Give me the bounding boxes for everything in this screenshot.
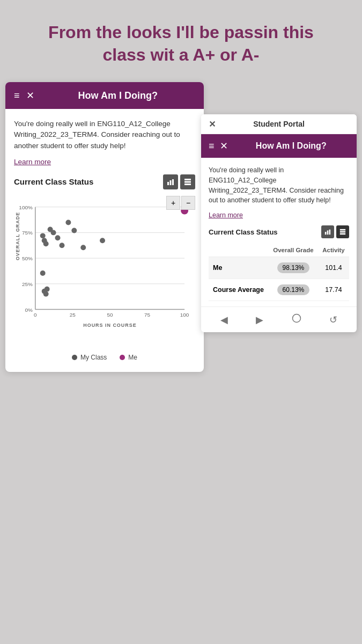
legend-my-class: My Class xyxy=(72,354,107,361)
svg-rect-0 xyxy=(167,182,169,185)
chart-container: + − 100% xyxy=(14,196,195,346)
nav-circle-icon[interactable] xyxy=(292,313,301,326)
table-row-course-avg: Course Average 60.13% 17.74 xyxy=(209,279,349,301)
me-dot-legend xyxy=(120,355,125,360)
svg-point-33 xyxy=(71,228,77,233)
svg-rect-1 xyxy=(170,180,172,185)
row-me-label: Me xyxy=(209,257,269,279)
svg-point-25 xyxy=(40,233,46,238)
top-heading: From the looks I'll be passin this class… xyxy=(32,21,330,66)
portal-title: Student Portal xyxy=(253,120,305,128)
svg-point-38 xyxy=(100,238,105,243)
left-section-title: Current Class Status xyxy=(14,177,93,186)
zoom-controls: + − xyxy=(166,196,195,210)
svg-rect-4 xyxy=(184,181,191,182)
row-me-grade: 98.13% xyxy=(269,257,318,279)
close-icon-left[interactable]: ✕ xyxy=(26,90,34,101)
row-avg-grade: 60.13% xyxy=(269,279,318,301)
svg-text:50%: 50% xyxy=(22,255,33,261)
learn-more-link-left[interactable]: Learn more xyxy=(14,158,51,166)
portal-body: You're doing really well in ENG110_A12_C… xyxy=(201,158,357,301)
svg-rect-43 xyxy=(329,230,331,235)
right-panel: ✕ Student Portal ≡ ✕ How Am I Doing? You… xyxy=(201,114,357,332)
table-view-btn[interactable] xyxy=(180,174,195,189)
legend-me: Me xyxy=(120,354,137,361)
svg-rect-44 xyxy=(340,229,345,231)
zoom-in-btn[interactable]: + xyxy=(166,196,180,210)
chart-svg-wrapper: 100% 75% 50% 25% 0% 0 25 50 75 100 OVERA… xyxy=(14,196,195,346)
svg-text:0: 0 xyxy=(34,312,37,318)
portal-view-toggle xyxy=(321,225,349,238)
svg-rect-2 xyxy=(172,179,174,185)
svg-point-37 xyxy=(45,287,50,292)
svg-point-27 xyxy=(43,241,49,246)
svg-text:75: 75 xyxy=(144,312,151,318)
left-panel: ≡ ✕ How Am I Doing? You're doing really … xyxy=(5,82,204,372)
zoom-out-btn[interactable]: − xyxy=(181,196,195,210)
svg-text:25: 25 xyxy=(70,312,76,318)
hamburger-icon[interactable]: ≡ xyxy=(14,90,20,101)
svg-text:100%: 100% xyxy=(19,204,33,210)
portal-close-icon-header[interactable]: ✕ xyxy=(220,140,228,152)
left-panel-body: You're doing really well in ENG110_A12_C… xyxy=(5,109,204,372)
nav-back-icon[interactable]: ◀ xyxy=(220,314,228,326)
chart-view-btn[interactable] xyxy=(163,174,178,189)
row-avg-activity: 17.74 xyxy=(318,279,349,301)
portal-section-title-row: Current Class Status xyxy=(209,225,349,238)
right-panel-header: ≡ ✕ How Am I Doing? xyxy=(201,134,357,158)
my-class-label: My Class xyxy=(80,354,107,361)
svg-rect-3 xyxy=(184,179,191,180)
row-avg-label: Course Average xyxy=(209,279,269,301)
top-text-area: From the looks I'll be passin this class… xyxy=(0,0,362,82)
portal-top-bar: ✕ Student Portal xyxy=(201,114,357,134)
portal-table-view-btn[interactable] xyxy=(336,225,349,238)
portal-hamburger-icon[interactable]: ≡ xyxy=(209,141,215,152)
svg-point-36 xyxy=(43,291,49,297)
portal-header-title: How Am I Doing? xyxy=(233,141,349,151)
svg-text:100: 100 xyxy=(180,312,189,318)
row-me-activity: 101.4 xyxy=(318,257,349,279)
view-toggle-left xyxy=(163,174,195,189)
svg-point-34 xyxy=(40,270,46,276)
svg-point-29 xyxy=(51,230,56,235)
svg-rect-45 xyxy=(340,231,345,233)
svg-text:75%: 75% xyxy=(22,230,33,236)
nav-refresh-icon[interactable]: ↺ xyxy=(329,314,337,326)
svg-text:HOURS IN COURSE: HOURS IN COURSE xyxy=(83,323,136,328)
svg-rect-41 xyxy=(325,232,327,235)
left-panel-description: You're doing really well in ENG110_A12_C… xyxy=(14,119,195,151)
portal-section-title: Current Class Status xyxy=(209,228,278,236)
table-header-label xyxy=(209,244,269,257)
portal-description: You're doing really well in ENG110_A12_C… xyxy=(209,165,349,206)
svg-point-30 xyxy=(55,235,61,240)
portal-chart-view-btn[interactable] xyxy=(321,225,334,238)
svg-rect-46 xyxy=(340,233,345,235)
table-header-activity: Activity xyxy=(318,244,349,257)
svg-rect-5 xyxy=(184,184,191,185)
portal-nav-bar: ◀ ▶ ↺ xyxy=(201,306,357,332)
status-table: Overall Grade Activity Me 98.13% 101.4 C… xyxy=(209,244,349,301)
section-title-row-left: Current Class Status xyxy=(14,174,195,189)
svg-text:OVERALL GRADE: OVERALL GRADE xyxy=(15,212,20,260)
chart-legend: My Class Me xyxy=(14,354,195,361)
svg-point-31 xyxy=(60,243,65,248)
svg-point-47 xyxy=(292,314,300,323)
scatter-chart: 100% 75% 50% 25% 0% 0 25 50 75 100 OVERA… xyxy=(14,196,195,341)
svg-point-39 xyxy=(80,245,86,250)
svg-point-32 xyxy=(65,219,71,225)
table-header-grade: Overall Grade xyxy=(269,244,318,257)
my-class-dot xyxy=(72,355,77,360)
portal-top-close-icon[interactable]: ✕ xyxy=(209,119,216,129)
me-label: Me xyxy=(128,354,137,361)
left-panel-title: How Am I Doing? xyxy=(41,90,195,101)
bottom-area xyxy=(0,393,362,436)
table-row-me: Me 98.13% 101.4 xyxy=(209,257,349,279)
svg-text:50: 50 xyxy=(107,312,113,318)
portal-learn-more-link[interactable]: Learn more xyxy=(209,211,243,219)
nav-forward-icon[interactable]: ▶ xyxy=(256,314,263,326)
svg-text:0%: 0% xyxy=(25,306,33,312)
svg-rect-42 xyxy=(327,231,329,235)
svg-text:25%: 25% xyxy=(22,281,33,287)
left-panel-header: ≡ ✕ How Am I Doing? xyxy=(5,82,204,109)
panels-container: ≡ ✕ How Am I Doing? You're doing really … xyxy=(0,82,362,393)
